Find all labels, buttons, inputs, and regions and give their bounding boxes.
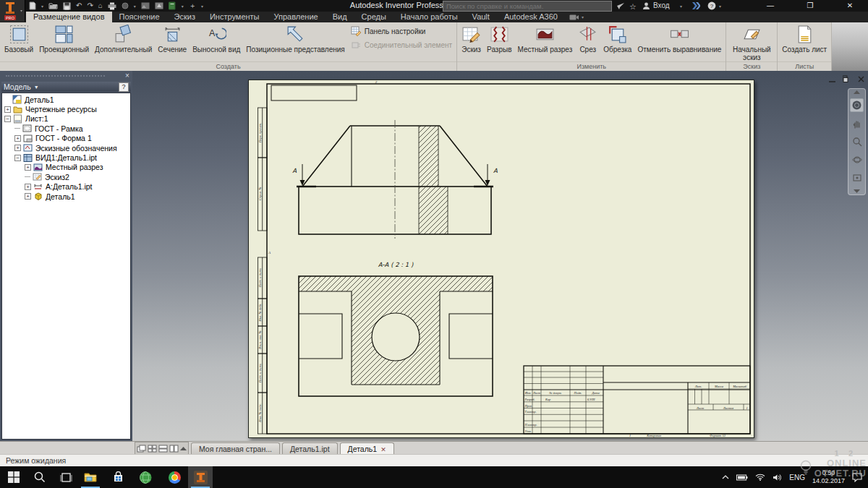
tutorials-icon[interactable] bbox=[169, 1, 176, 11]
tab-vault[interactable]: Vault bbox=[465, 12, 497, 22]
sign-in-button[interactable]: Вход bbox=[653, 1, 670, 9]
print-icon[interactable] bbox=[108, 1, 116, 11]
doc-minimize-icon[interactable] bbox=[828, 75, 836, 83]
help-icon[interactable]: ? bbox=[707, 1, 716, 10]
expand-plus-icon[interactable]: + bbox=[25, 184, 31, 190]
detail-view-button[interactable]: A Выносной вид bbox=[190, 23, 242, 55]
doc-close-icon[interactable] bbox=[857, 75, 865, 83]
sketch-button[interactable]: Эскиз bbox=[459, 23, 483, 55]
tree-item-gost-form[interactable]: + ГОСТ - Форма 1 bbox=[2, 134, 130, 143]
tab-view[interactable]: Вид bbox=[326, 12, 354, 22]
tab-a360[interactable]: Autodesk A360 bbox=[497, 12, 565, 22]
orbit-icon[interactable] bbox=[850, 153, 864, 167]
positional-representations-button[interactable]: Позиционные представления bbox=[244, 23, 346, 55]
group-label-sheets[interactable]: Листы bbox=[778, 61, 831, 71]
tree-item-sketch-symbols[interactable]: + Эскизные обозначения bbox=[2, 143, 130, 153]
pan-hand-icon[interactable] bbox=[850, 116, 864, 130]
tree-item-part[interactable]: + Деталь1 bbox=[2, 192, 130, 201]
help-search-box[interactable] bbox=[443, 1, 612, 12]
tab-manage[interactable]: Управление bbox=[267, 12, 326, 22]
collapse-tabs-icon[interactable] bbox=[180, 446, 187, 451]
tree-item-section-a[interactable]: + А:Деталь1.ipt bbox=[2, 182, 130, 192]
navbar-up-icon[interactable] bbox=[854, 90, 860, 94]
tab-close-icon[interactable]: ✕ bbox=[380, 446, 386, 453]
tab-environments[interactable]: Среды bbox=[354, 12, 393, 22]
browser-globe-icon[interactable] bbox=[133, 466, 158, 488]
measure-icon[interactable]: ＋ bbox=[189, 1, 196, 11]
favorites-star-icon[interactable]: ☆ bbox=[629, 1, 637, 12]
application-menu-button[interactable]: PRO bbox=[0, 0, 25, 22]
section-view-button[interactable]: Сечение bbox=[156, 23, 189, 55]
tree-item-gost-frame[interactable]: ГОСТ - Рамка bbox=[2, 124, 130, 133]
screencast-icon[interactable]: ▾ bbox=[569, 12, 584, 22]
expand-plus-icon[interactable]: + bbox=[14, 135, 21, 142]
base-view-button[interactable]: Базовый bbox=[2, 23, 35, 55]
tab-sketch[interactable]: Эскиз bbox=[167, 12, 203, 22]
help-dropdown[interactable]: ▾ bbox=[719, 4, 721, 9]
group-label-modify[interactable]: Изменить bbox=[457, 61, 726, 71]
update-icon[interactable] bbox=[155, 1, 163, 11]
signin-dropdown[interactable]: ▾ bbox=[680, 4, 682, 9]
minimize-button[interactable]: — bbox=[760, 0, 781, 11]
search-input[interactable] bbox=[443, 2, 611, 10]
navbar-down-icon[interactable] bbox=[854, 189, 860, 193]
tile-vertical-icon[interactable] bbox=[169, 445, 179, 453]
tree-item-drawing-root[interactable]: Деталь1 bbox=[2, 95, 130, 104]
drawing-sheet[interactable]: Перв. примен. Справ. № Подп. и дата Инв.… bbox=[248, 80, 754, 438]
tab-annotate[interactable]: Пояснение bbox=[112, 12, 167, 22]
auxiliary-view-button[interactable]: Дополнительный bbox=[93, 23, 154, 55]
group-label-create[interactable]: Создать bbox=[0, 61, 456, 71]
expand-plus-icon[interactable]: + bbox=[14, 145, 21, 151]
tab-drawing-document[interactable]: Деталь1✕ bbox=[340, 442, 394, 455]
collapse-minus-icon[interactable]: − bbox=[14, 155, 21, 161]
file-explorer-icon[interactable] bbox=[78, 466, 103, 488]
look-at-icon[interactable] bbox=[850, 171, 864, 185]
panel-drag-handle[interactable] bbox=[6, 75, 105, 77]
tutorials-dropdown[interactable]: ▾ bbox=[182, 4, 184, 9]
doc-restore-icon[interactable] bbox=[843, 75, 851, 83]
tab-home-page[interactable]: Моя главная стран... bbox=[191, 442, 280, 455]
taskbar-search-icon[interactable] bbox=[27, 466, 52, 488]
clock[interactable]: 0:50 14.02.2017 bbox=[812, 469, 845, 485]
chrome-icon[interactable] bbox=[162, 466, 187, 488]
tab-part-document[interactable]: Деталь1.ipt bbox=[282, 442, 338, 455]
material-icon[interactable] bbox=[122, 1, 129, 11]
store-icon[interactable] bbox=[106, 466, 130, 488]
unalign-view-button[interactable]: Отменить выравнивание bbox=[635, 23, 723, 55]
exchange-apps-icon[interactable] bbox=[691, 1, 700, 10]
steering-wheel-icon[interactable] bbox=[850, 98, 864, 112]
open-icon[interactable] bbox=[48, 1, 58, 11]
start-sketch-button[interactable]: Начальный эскиз bbox=[728, 23, 775, 63]
tree-item-sheet1[interactable]: − Лист:1 bbox=[2, 114, 130, 124]
break-button[interactable]: Разрыв bbox=[485, 23, 514, 55]
tree-item-sketch2[interactable]: Эскиз2 bbox=[2, 172, 130, 181]
expand-plus-icon[interactable]: + bbox=[4, 106, 11, 113]
task-view-icon[interactable] bbox=[54, 466, 78, 488]
close-button[interactable]: ✕ bbox=[839, 0, 861, 11]
tree-item-drawing-resources[interactable]: + Чертежные ресурсы bbox=[2, 104, 130, 114]
group-label-sketch[interactable]: Эскиз bbox=[726, 61, 777, 71]
tree-item-view1[interactable]: − ВИД1:Деталь1.ipt bbox=[2, 153, 130, 162]
material-dropdown[interactable]: ▾ bbox=[134, 4, 136, 9]
battery-icon[interactable] bbox=[736, 474, 748, 481]
expand-plus-icon[interactable]: + bbox=[25, 164, 31, 171]
zoom-icon[interactable] bbox=[850, 134, 864, 148]
projected-view-button[interactable]: Проекционный bbox=[37, 23, 91, 55]
inventor-taskbar-icon[interactable] bbox=[188, 466, 213, 488]
home-icon[interactable]: ⌂ bbox=[98, 1, 103, 11]
new-file-dropdown[interactable]: ▾ bbox=[41, 4, 43, 9]
appearance-icon[interactable] bbox=[141, 1, 150, 11]
panel-close-icon[interactable]: × bbox=[122, 72, 132, 80]
tab-place-views[interactable]: Размещение видов bbox=[26, 12, 112, 22]
tab-get-started[interactable]: Начало работы bbox=[393, 12, 465, 22]
expand-plus-icon[interactable]: + bbox=[25, 193, 31, 200]
browser-help-button[interactable]: ? bbox=[119, 82, 129, 92]
browser-header[interactable]: Модель ▼ ? bbox=[1, 82, 131, 92]
new-sheet-button[interactable]: Создать лист bbox=[780, 23, 829, 55]
save-icon[interactable] bbox=[63, 1, 71, 11]
cascade-windows-icon[interactable] bbox=[137, 445, 146, 453]
tree-item-breakout[interactable]: + Местный разрез bbox=[2, 163, 130, 172]
graphics-canvas[interactable]: Перв. примен. Справ. № Подп. и дата Инв.… bbox=[132, 71, 868, 441]
user-icon[interactable] bbox=[642, 2, 650, 10]
collapse-minus-icon[interactable]: − bbox=[4, 116, 11, 122]
